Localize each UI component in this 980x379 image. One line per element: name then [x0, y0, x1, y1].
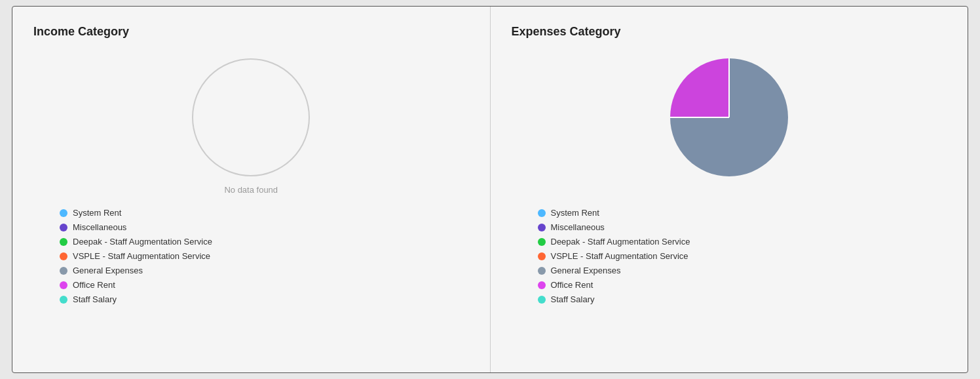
legend-label: Office Rent [73, 280, 115, 290]
legend-label: System Rent [73, 208, 121, 218]
dashboard-container: Income Category No data found System Ren… [12, 6, 968, 373]
legend-item: General Expenses [60, 266, 469, 275]
expenses-panel: Expenses Category System Rent Miscellane… [491, 7, 968, 372]
legend-item: Deepak - Staff Augmentation Service [538, 237, 947, 247]
legend-dot [538, 238, 546, 246]
legend-dot [60, 238, 67, 246]
legend-label: Deepak - Staff Augmentation Service [73, 237, 212, 247]
legend-label: Deepak - Staff Augmentation Service [551, 237, 690, 247]
legend-label: VSPLE - Staff Augmentation Service [73, 251, 210, 261]
income-panel: Income Category No data found System Ren… [12, 7, 491, 372]
legend-label: VSPLE - Staff Augmentation Service [551, 251, 688, 261]
legend-dot [60, 209, 67, 217]
legend-dot [538, 267, 546, 275]
legend-label: Office Rent [551, 280, 594, 290]
expenses-panel-title: Expenses Category [512, 25, 947, 39]
income-legend: System Rent Miscellaneous Deepak - Staff… [33, 208, 469, 304]
legend-label: General Expenses [551, 266, 621, 275]
expenses-chart-area [512, 45, 947, 190]
legend-dot [538, 296, 546, 304]
legend-item: System Rent [60, 208, 469, 218]
legend-item: Office Rent [538, 280, 947, 290]
legend-dot [60, 252, 67, 260]
legend-dot [538, 224, 546, 231]
legend-dot [60, 224, 67, 231]
expenses-pie-chart [664, 52, 795, 183]
legend-item: Staff Salary [60, 294, 469, 304]
legend-label: Staff Salary [551, 294, 595, 304]
legend-label: System Rent [551, 208, 599, 218]
legend-item: Miscellaneous [60, 222, 469, 232]
legend-dot [538, 252, 546, 260]
legend-dot [60, 281, 67, 289]
no-data-label: No data found [224, 185, 278, 195]
legend-item: VSPLE - Staff Augmentation Service [60, 251, 469, 261]
legend-dot [538, 209, 546, 217]
legend-label: Miscellaneous [551, 222, 605, 232]
legend-item: VSPLE - Staff Augmentation Service [538, 251, 947, 261]
legend-item: System Rent [538, 208, 947, 218]
income-panel-title: Income Category [33, 25, 469, 39]
legend-label: Staff Salary [73, 294, 117, 304]
legend-item: General Expenses [538, 266, 947, 275]
legend-dot [538, 281, 546, 289]
expenses-legend: System Rent Miscellaneous Deepak - Staff… [512, 208, 947, 304]
empty-donut-chart [192, 58, 310, 176]
legend-item: Staff Salary [538, 294, 947, 304]
legend-item: Deepak - Staff Augmentation Service [60, 237, 469, 247]
legend-label: Miscellaneous [73, 222, 126, 232]
legend-dot [60, 296, 67, 304]
legend-dot [60, 267, 67, 275]
legend-item: Office Rent [60, 280, 469, 290]
income-chart-area: No data found [33, 45, 469, 190]
legend-item: Miscellaneous [538, 222, 947, 232]
legend-label: General Expenses [73, 266, 143, 275]
